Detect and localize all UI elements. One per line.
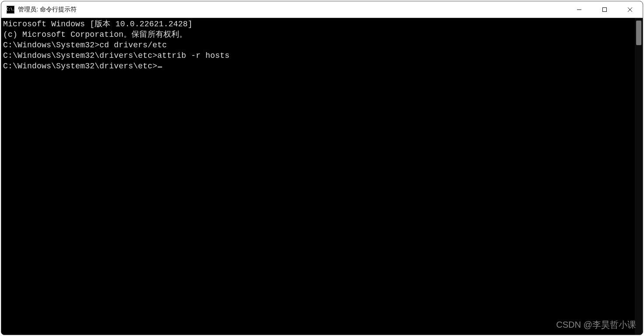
prompt-line: C:\Windows\System32\drivers\etc>attrib -… (3, 50, 633, 61)
close-icon (627, 7, 633, 12)
close-button[interactable] (617, 1, 643, 18)
prompt-path: C:\Windows\System32\drivers\etc> (3, 62, 157, 71)
cmd-icon-glyph: C:\. (6, 8, 14, 11)
maximize-icon (602, 7, 607, 12)
terminal-output[interactable]: Microsoft Windows [版本 10.0.22621.2428](c… (1, 18, 635, 335)
cmd-window: C:\. 管理员: 命令行提示符 Microsoft Windows [版本 1… (1, 1, 643, 335)
titlebar[interactable]: C:\. 管理员: 命令行提示符 (1, 1, 643, 18)
prompt-line-current: C:\Windows\System32\drivers\etc> (3, 61, 633, 71)
window-controls (566, 1, 643, 18)
window-title: 管理员: 命令行提示符 (18, 6, 77, 14)
cmd-icon: C:\. (7, 6, 14, 14)
scrollbar-thumb[interactable] (636, 21, 641, 45)
cursor-icon (158, 67, 162, 67)
scrollbar[interactable] (635, 18, 643, 335)
terminal-area: Microsoft Windows [版本 10.0.22621.2428](c… (1, 18, 643, 335)
banner-line: Microsoft Windows [版本 10.0.22621.2428] (3, 19, 633, 29)
prompt-path: C:\Windows\System32\drivers\etc> (3, 51, 157, 60)
maximize-button[interactable] (592, 1, 617, 18)
prompt-line: C:\Windows\System32>cd drivers/etc (3, 40, 633, 50)
prompt-path: C:\Windows\System32> (3, 41, 99, 50)
banner-line: (c) Microsoft Corporation。保留所有权利。 (3, 29, 633, 40)
prompt-command: attrib -r hosts (157, 51, 230, 60)
svg-rect-1 (603, 7, 607, 11)
minimize-icon (577, 7, 582, 12)
minimize-button[interactable] (566, 1, 592, 18)
prompt-command: cd drivers/etc (99, 41, 167, 50)
